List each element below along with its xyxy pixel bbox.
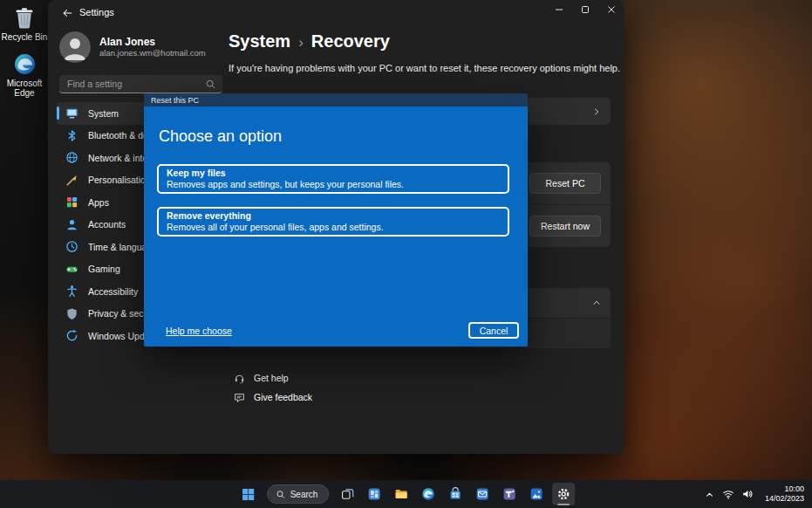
get-help-link[interactable]: Get help — [234, 372, 289, 384]
clock-time: 10:00 — [765, 484, 804, 494]
cancel-button[interactable]: Cancel — [468, 322, 519, 339]
profile-name: Alan Jones — [99, 36, 206, 48]
sidebar-item-label: Apps — [88, 197, 109, 208]
desktop-icon-microsoft-edge[interactable]: Microsoft Edge — [0, 51, 49, 98]
recycle-bin-icon — [0, 4, 49, 31]
search-icon — [276, 490, 285, 499]
option-description: Removes apps and settings, but keeps you… — [167, 179, 508, 190]
teams-button[interactable] — [498, 483, 521, 505]
back-button[interactable] — [58, 5, 76, 21]
page-title: Recovery — [311, 31, 390, 51]
volume-icon — [741, 488, 754, 500]
give-feedback-label: Give feedback — [254, 392, 312, 402]
breadcrumb: System › Recovery — [229, 31, 390, 51]
clock-date: 14/02/2023 — [765, 494, 804, 504]
minimize-icon — [555, 5, 563, 14]
get-help-label: Get help — [254, 373, 289, 383]
give-feedback-link[interactable]: Give feedback — [234, 391, 312, 403]
user-profile[interactable]: Alan Jones alan.jones.wm@hotmail.com — [57, 26, 224, 66]
sidebar-item-label: Accessibility — [88, 286, 138, 297]
task-view-button[interactable] — [336, 483, 358, 505]
photos-button[interactable] — [525, 483, 548, 505]
taskbar: Search — [0, 480, 812, 508]
clock-icon — [65, 240, 78, 253]
tray-chevron-button[interactable] — [700, 484, 719, 504]
photos-icon — [529, 487, 543, 501]
dialog-body: Choose an option Keep my files Removes a… — [144, 106, 528, 347]
bluetooth-icon — [65, 129, 78, 142]
option-title: Remove everything — [167, 210, 508, 222]
start-icon — [242, 488, 255, 501]
paintbrush-icon — [65, 174, 78, 187]
chevron-up-icon — [591, 298, 602, 308]
desktop-icon-label: Recycle Bin — [0, 32, 49, 42]
option-title: Keep my files — [167, 168, 508, 179]
back-icon — [61, 7, 73, 19]
store-button[interactable] — [444, 483, 467, 505]
taskbar-search-label: Search — [290, 490, 318, 499]
profile-email: alan.jones.wm@hotmail.com — [99, 48, 206, 58]
search-icon — [205, 79, 216, 90]
reset-pc-dialog: Reset this PC Choose an option Keep my f… — [144, 93, 528, 347]
desktop-icon-label: Microsoft Edge — [0, 79, 49, 98]
start-button[interactable] — [237, 483, 260, 505]
clock[interactable]: 10:00 14/02/2023 — [762, 483, 807, 505]
page-description: If you're having problems with your PC o… — [229, 63, 620, 73]
store-icon — [448, 487, 462, 501]
monitor-icon — [65, 106, 78, 120]
file-explorer-icon — [394, 487, 408, 501]
dialog-heading: Choose an option — [159, 127, 282, 146]
settings-search — [59, 75, 222, 93]
settings-gear-icon — [556, 487, 570, 501]
breadcrumb-parent[interactable]: System — [229, 31, 290, 51]
volume-button[interactable] — [739, 484, 757, 504]
dialog-title: Reset this PC — [151, 96, 199, 105]
feedback-icon — [234, 392, 245, 403]
maximize-button[interactable] — [572, 0, 598, 18]
sidebar-item-label: Gaming — [88, 264, 120, 274]
get-help-icon — [234, 373, 245, 384]
edge-button[interactable] — [417, 483, 440, 505]
settings-taskbar-button[interactable] — [552, 483, 575, 505]
chevron-up-icon — [704, 489, 715, 500]
chevron-right-icon — [591, 106, 602, 117]
update-arrows-icon — [65, 329, 78, 342]
minimize-button[interactable] — [546, 0, 572, 18]
avatar — [59, 31, 91, 63]
avatar-icon — [59, 31, 91, 63]
close-icon — [607, 5, 616, 14]
help-me-choose-link[interactable]: Help me choose — [166, 326, 232, 336]
mail-button[interactable] — [471, 483, 494, 505]
close-button[interactable] — [598, 0, 624, 18]
sidebar-item-label: Accounts — [88, 219, 126, 230]
wifi-button[interactable] — [720, 484, 738, 504]
desktop-icon-recycle-bin[interactable]: Recycle Bin — [0, 4, 49, 42]
option-description: Removes all of your personal files, apps… — [167, 222, 508, 233]
taskbar-search[interactable]: Search — [267, 484, 330, 504]
globe-icon — [65, 151, 78, 164]
widgets-button[interactable] — [363, 483, 386, 505]
sidebar-item-label: Personalisation — [88, 175, 151, 185]
maximize-icon — [581, 5, 590, 14]
file-explorer-button[interactable] — [390, 483, 413, 505]
mail-icon — [475, 487, 489, 501]
dialog-titlebar: Reset this PC — [144, 93, 528, 106]
option-keep-my-files[interactable]: Keep my files Removes apps and settings,… — [157, 164, 509, 194]
restart-now-button[interactable]: Restart now — [529, 216, 601, 237]
window-title: Settings — [79, 7, 114, 17]
widgets-icon — [367, 487, 381, 501]
task-view-icon — [341, 488, 354, 501]
edge-icon — [0, 51, 49, 77]
apps-grid-icon — [65, 196, 78, 209]
option-remove-everything[interactable]: Remove everything Removes all of your pe… — [157, 207, 509, 237]
sidebar-item-label: System — [88, 108, 119, 119]
accessibility-icon — [65, 285, 78, 298]
reset-pc-button[interactable]: Reset PC — [529, 173, 601, 194]
search-input[interactable] — [59, 75, 222, 93]
person-icon — [65, 218, 78, 231]
window-titlebar: Settings — [48, 0, 624, 26]
gamepad-icon — [65, 263, 78, 276]
shield-icon — [65, 307, 78, 320]
teams-icon — [502, 487, 516, 501]
breadcrumb-separator: › — [298, 34, 304, 51]
